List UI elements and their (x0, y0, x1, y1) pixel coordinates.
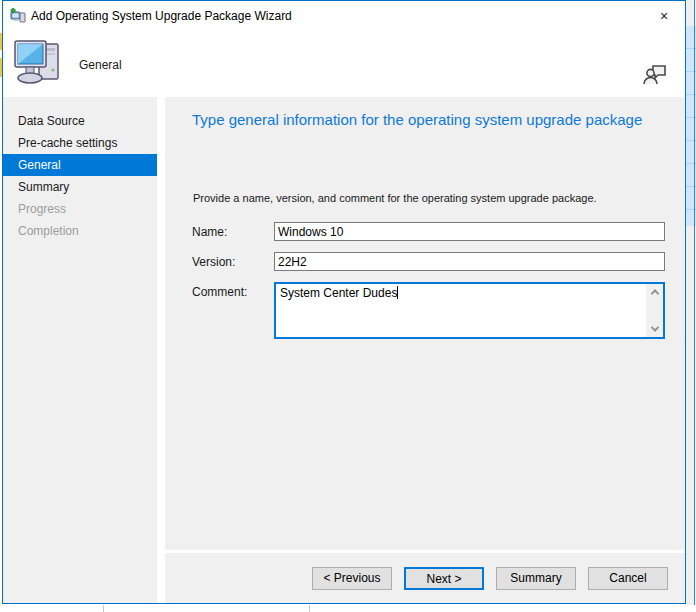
sidebar-item-summary[interactable]: Summary (3, 176, 157, 198)
wizard-dialog: Add Operating System Upgrade Package Wiz… (2, 0, 686, 604)
cancel-button[interactable]: Cancel (588, 567, 668, 590)
name-field[interactable] (274, 222, 665, 241)
sidebar-item-general[interactable]: General (3, 154, 157, 176)
comment-label: Comment: (192, 285, 247, 299)
summary-button[interactable]: Summary (496, 567, 576, 590)
wizard-app-icon (10, 8, 26, 24)
comment-field[interactable]: System Center Dudes (274, 282, 665, 339)
sidebar-content-divider (157, 97, 165, 603)
background-tick (309, 605, 310, 612)
wizard-steps-sidebar: Data Source Pre-cache settings General S… (3, 97, 157, 603)
window-title: Add Operating System Upgrade Package Wiz… (31, 9, 292, 23)
button-bar: < Previous Next > Summary Cancel (165, 553, 685, 603)
version-label: Version: (192, 255, 235, 269)
wizard-content: Type general information for the operati… (165, 97, 685, 603)
scroll-up-icon[interactable] (646, 284, 663, 300)
scroll-down-icon[interactable] (646, 321, 663, 337)
comment-scrollbar[interactable] (646, 284, 663, 337)
instruction-text: Provide a name, version, and comment for… (193, 192, 663, 204)
title-bar[interactable]: Add Operating System Upgrade Package Wiz… (3, 1, 685, 30)
header-step-title: General (79, 58, 122, 72)
name-label: Name: (192, 225, 227, 239)
version-field[interactable] (274, 252, 665, 271)
wizard-header: General (3, 30, 685, 97)
feedback-person-icon (642, 60, 668, 86)
sidebar-item-progress: Progress (3, 198, 157, 220)
sidebar-item-pre-cache-settings[interactable]: Pre-cache settings (3, 132, 157, 154)
page-title: Type general information for the operati… (192, 111, 672, 128)
background-bottom-strip (0, 605, 696, 612)
previous-button[interactable]: < Previous (312, 567, 392, 590)
background-tick (103, 605, 104, 612)
next-button[interactable]: Next > (404, 567, 484, 590)
comment-value: System Center Dudes (280, 286, 398, 300)
sidebar-item-data-source[interactable]: Data Source (3, 110, 157, 132)
background-right-strip (686, 0, 696, 612)
computer-icon (12, 40, 64, 88)
sidebar-item-completion: Completion (3, 220, 157, 242)
close-icon[interactable]: × (655, 7, 673, 25)
text-caret (397, 286, 398, 299)
background-divider (694, 0, 695, 612)
